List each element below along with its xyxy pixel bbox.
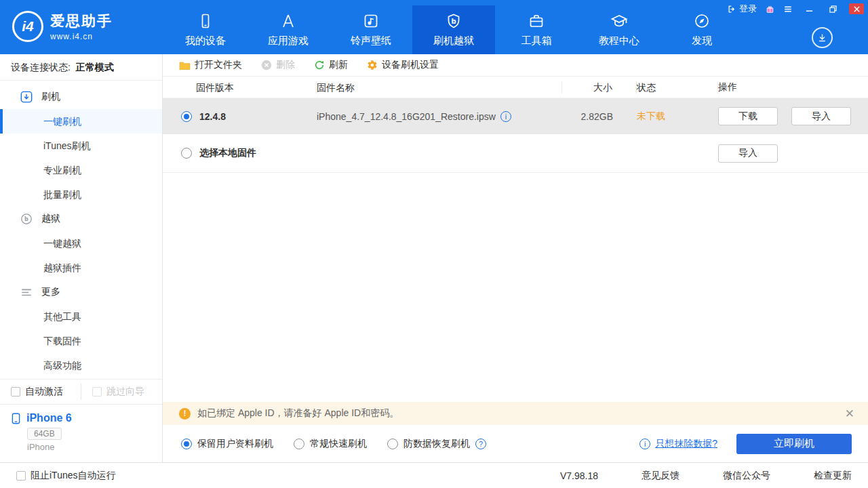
firmware-size: 2.82GB — [562, 111, 637, 122]
app-version: V7.98.18 — [560, 470, 598, 481]
svg-text:b: b — [24, 216, 28, 222]
anti-data-recovery-flash-radio[interactable]: 防数据恢复刷机 ? — [387, 438, 486, 450]
brand[interactable]: i4 爱思助手 www.i4.cn — [12, 11, 113, 42]
sidebar-item-advanced-features[interactable]: 高级功能 — [0, 353, 162, 378]
warning-icon: ! — [179, 408, 191, 420]
sidebar-item-other-tools[interactable]: 其他工具 — [0, 304, 162, 329]
sidebar-item-itunes-flash[interactable]: iTunes刷机 — [0, 134, 162, 158]
flash-options-bar: 保留用户资料刷机 常规快速刷机 防数据恢复刷机 ? i 只想抹除数据? 立即刷机 — [163, 425, 868, 462]
nav-my-devices[interactable]: 我的设备 — [164, 5, 247, 54]
firmware-name: iPhone_4.7_12.4.8_16G201_Restore.ipsw — [317, 111, 496, 122]
menu-icon[interactable] — [783, 5, 793, 14]
header-status: 状态 — [637, 81, 718, 94]
sidebar-item-one-click-jailbreak[interactable]: 一键越狱 — [0, 231, 162, 256]
maximize-button[interactable] — [825, 3, 840, 14]
download-button[interactable]: 下载 — [718, 107, 778, 125]
gift-icon[interactable] — [766, 5, 774, 14]
device-name: iPhone 6 — [26, 412, 72, 424]
nav-tutorials[interactable]: 教程中心 — [578, 5, 660, 54]
firmware-table-header: 固件版本 固件名称 大小 状态 操作 — [163, 77, 868, 98]
nav-flash-jailbreak[interactable]: b 刷机越狱 — [412, 5, 495, 54]
notice-close-icon[interactable]: ✕ — [845, 408, 854, 420]
import-local-button[interactable]: 导入 — [718, 144, 778, 163]
apple-id-notice: ! 如已绑定 Apple ID，请准备好 Apple ID和密码。 ✕ — [163, 402, 868, 425]
flash-icon — [20, 91, 33, 103]
checkbox-icon — [11, 387, 20, 396]
folder-icon — [179, 60, 191, 70]
info-icon[interactable]: i — [500, 111, 511, 122]
firmware-radio[interactable] — [181, 111, 192, 122]
skip-wizard-checkbox[interactable]: 跳过向导 — [81, 380, 162, 404]
open-folder-button[interactable]: 打开文件夹 — [179, 59, 242, 71]
delete-button[interactable]: 删除 — [261, 59, 295, 71]
sidebar-item-one-click-flash[interactable]: 一键刷机 — [0, 109, 162, 134]
check-update-link[interactable]: 检查更新 — [814, 470, 852, 482]
tutorial-icon — [610, 12, 628, 30]
connection-status-label: 设备连接状态: — [11, 62, 71, 73]
nav-label: 工具箱 — [521, 35, 552, 47]
refresh-button[interactable]: 刷新 — [314, 59, 348, 71]
sidebar-item-download-firmware[interactable]: 下载固件 — [0, 329, 162, 353]
radio-icon — [387, 439, 398, 449]
wechat-link[interactable]: 微信公众号 — [723, 470, 770, 482]
header-size: 大小 — [562, 81, 637, 94]
toolbox-icon — [528, 12, 545, 30]
nav-ringtones-wallpapers[interactable]: 铃声壁纸 — [330, 5, 412, 54]
connection-status: 设备连接状态: 正常模式 — [0, 54, 162, 81]
main-nav: 我的设备 应用游戏 铃声壁纸 — [164, 5, 743, 54]
phone-icon — [11, 413, 21, 424]
flash-now-button[interactable]: 立即刷机 — [736, 434, 852, 454]
sidebar-group-jailbreak[interactable]: b 越狱 — [0, 207, 162, 231]
local-firmware-radio[interactable] — [181, 148, 192, 159]
device-flash-settings-button[interactable]: 设备刷机设置 — [367, 59, 439, 71]
refresh-icon — [314, 60, 325, 70]
nav-apps-games[interactable]: 应用游戏 — [247, 5, 330, 54]
help-icon[interactable]: ? — [475, 439, 486, 449]
device-panel[interactable]: iPhone 6 64GB iPhone — [0, 404, 162, 462]
normal-fast-flash-radio[interactable]: 常规快速刷机 — [294, 438, 367, 450]
sidebar-item-jailbreak-plugins[interactable]: 越狱插件 — [0, 256, 162, 280]
statusbar: 阻止iTunes自动运行 V7.98.18 意见反馈 微信公众号 检查更新 — [0, 462, 868, 488]
middle-region: 设备连接状态: 正常模式 刷机 一键刷机 iTunes刷机 专业刷机 批量刷机 — [0, 54, 868, 462]
download-manager-button[interactable] — [812, 27, 833, 48]
sidebar-group-flash[interactable]: 刷机 — [0, 85, 162, 109]
jailbreak-icon: b — [20, 213, 33, 225]
auto-activate-checkbox[interactable]: 自动激活 — [0, 380, 81, 404]
local-firmware-row[interactable]: 选择本地固件 导入 — [163, 134, 868, 173]
device-icon — [197, 12, 214, 30]
close-button[interactable] — [849, 3, 864, 14]
feedback-link[interactable]: 意见反馈 — [642, 470, 679, 482]
empty-area — [163, 173, 868, 402]
ringtone-wallpaper-icon — [363, 12, 379, 30]
gear-icon — [367, 60, 378, 70]
nav-discover[interactable]: 发现 — [660, 5, 743, 54]
sidebar-group-more[interactable]: 更多 — [0, 280, 162, 304]
minimize-button[interactable] — [802, 3, 816, 14]
erase-data-link[interactable]: i 只想抹除数据? — [639, 438, 717, 450]
discover-icon — [694, 12, 710, 30]
auto-activate-label: 自动激活 — [25, 386, 63, 398]
download-arrow-icon — [817, 33, 827, 43]
flash-jailbreak-icon: b — [446, 12, 462, 30]
header-firmware-version: 固件版本 — [163, 81, 317, 94]
firmware-version: 12.4.8 — [199, 111, 226, 122]
sidebar-group-label: 更多 — [41, 286, 60, 298]
block-itunes-checkbox[interactable]: 阻止iTunes自动运行 — [16, 470, 116, 482]
titlebar-controls: 登录 — [728, 3, 864, 15]
sidebar: 设备连接状态: 正常模式 刷机 一键刷机 iTunes刷机 专业刷机 批量刷机 — [0, 54, 163, 462]
firmware-row[interactable]: 12.4.8 iPhone_4.7_12.4.8_16G201_Restore.… — [163, 98, 868, 134]
nav-toolbox[interactable]: 工具箱 — [495, 5, 578, 54]
app-window: i4 爱思助手 www.i4.cn 登录 — [0, 0, 868, 488]
nav-label: 我的设备 — [185, 35, 226, 47]
keep-data-flash-radio[interactable]: 保留用户资料刷机 — [181, 438, 273, 450]
radio-icon — [181, 439, 192, 449]
sidebar-item-pro-flash[interactable]: 专业刷机 — [0, 158, 162, 182]
nav-label: 刷机越狱 — [433, 35, 474, 47]
import-button[interactable]: 导入 — [791, 107, 851, 125]
brand-logo-icon: i4 — [12, 11, 43, 42]
device-capacity-badge: 64GB — [27, 428, 62, 440]
apps-games-icon — [280, 12, 296, 30]
sidebar-group-label: 刷机 — [41, 91, 60, 103]
sidebar-item-batch-flash[interactable]: 批量刷机 — [0, 182, 162, 207]
main-content: 打开文件夹 删除 刷新 — [163, 54, 868, 462]
